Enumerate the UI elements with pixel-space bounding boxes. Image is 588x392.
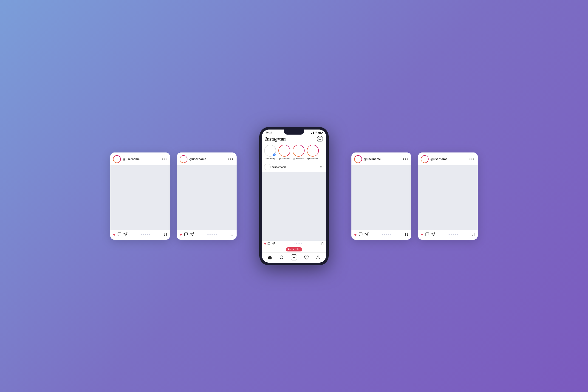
ig-logo: Instagram: [265, 136, 286, 142]
card-actions-far-left: ♥: [110, 230, 170, 240]
dot-1: [141, 234, 142, 236]
svg-point-12: [280, 256, 283, 258]
like-button-far-right[interactable]: ♥: [421, 232, 423, 237]
phone-pagination-dots: [276, 244, 320, 244]
save-button-far-left[interactable]: [164, 232, 167, 238]
phone-body: 19:21: [260, 127, 328, 265]
story-item-2[interactable]: @username: [292, 145, 304, 160]
notif-follow-count: 1: [299, 248, 300, 250]
like-button-far-left[interactable]: ♥: [113, 232, 116, 237]
comment-button-far-right[interactable]: [425, 232, 429, 238]
card-header-far-right: @username •••: [418, 152, 478, 165]
svg-point-9: [297, 248, 298, 249]
nav-home[interactable]: [268, 255, 272, 260]
dot-1: [208, 234, 208, 236]
svg-marker-17: [406, 233, 408, 236]
dot-2: [384, 234, 385, 236]
share-button-far-left[interactable]: [123, 232, 128, 238]
status-bar: 19:21: [262, 130, 326, 135]
messenger-button[interactable]: [317, 136, 323, 142]
share-button-mid-left[interactable]: [190, 232, 194, 238]
three-dots-mid-right[interactable]: •••: [403, 157, 408, 161]
nav-search[interactable]: [279, 255, 284, 260]
phone-dot-1: [294, 244, 296, 244]
three-dots-far-left[interactable]: •••: [162, 157, 167, 161]
nav-profile[interactable]: [316, 255, 320, 260]
phone-post: @username ••• ♥: [262, 162, 326, 252]
share-button-mid-right[interactable]: [364, 232, 369, 238]
phone-save-button[interactable]: [321, 242, 324, 246]
story-avatar-1: [279, 145, 290, 156]
dot-4: [214, 234, 215, 236]
story-ring-2: [292, 145, 304, 156]
phone-dot-2: [296, 244, 297, 244]
battery-fill: [319, 132, 321, 133]
dot-2: [210, 234, 210, 236]
nav-add-post[interactable]: +: [291, 254, 297, 260]
story-avatar-3: [307, 145, 318, 156]
notif-like-count: 1: [294, 248, 296, 250]
dot-5: [149, 234, 150, 236]
notif-heart-icon: ♥: [292, 248, 294, 250]
svg-marker-2: [164, 233, 166, 236]
pagination-dots-mid-right: [370, 234, 403, 236]
story-label-2: @username: [293, 158, 304, 160]
notif-comment: 1: [288, 248, 291, 250]
comment-button-far-left[interactable]: [117, 232, 122, 238]
comment-button-mid-left[interactable]: [184, 232, 188, 238]
dot-5: [390, 234, 392, 236]
svg-point-14: [317, 256, 319, 257]
phone-dot-5: [301, 244, 302, 244]
story-item-3[interactable]: @username: [307, 145, 319, 160]
post-image-mid-left: [177, 165, 236, 230]
three-dots-mid-left[interactable]: •••: [228, 157, 234, 161]
like-button-mid-right[interactable]: ♥: [354, 232, 357, 237]
notch: [284, 130, 304, 134]
dot-2: [451, 234, 452, 236]
save-button-far-right[interactable]: [471, 232, 475, 238]
like-button-mid-left[interactable]: ♥: [180, 232, 182, 237]
dot-1: [382, 234, 383, 236]
signal-bar-1: [311, 133, 312, 134]
card-header-mid-left: @username •••: [177, 152, 236, 165]
phone-comment-button[interactable]: [267, 242, 270, 246]
phone-three-dots[interactable]: •••: [320, 165, 324, 169]
comment-button-mid-right[interactable]: [358, 232, 363, 238]
post-card-far-left: @username ••• ♥: [110, 152, 170, 240]
wifi-icon: [315, 131, 318, 134]
phone-card-actions: ♥: [262, 241, 326, 247]
three-dots-far-right[interactable]: •••: [469, 157, 475, 161]
dot-4: [388, 234, 389, 236]
story-avatar-2: [293, 145, 304, 156]
save-button-mid-left[interactable]: [230, 232, 234, 238]
share-button-far-right[interactable]: [431, 232, 435, 238]
phone-post-avatar: [264, 164, 270, 170]
story-ring-1: [278, 145, 290, 156]
pagination-dots-far-left: [129, 234, 162, 236]
phone-dot-3: [298, 244, 298, 244]
avatar-far-left: [113, 155, 121, 163]
status-icons: [311, 131, 322, 134]
post-card-mid-right: @username ••• ♥: [352, 152, 411, 240]
svg-marker-5: [231, 233, 233, 236]
nav-heart[interactable]: [304, 255, 309, 260]
post-card-mid-left: @username ••• ♥: [177, 152, 236, 240]
phone-share-button[interactable]: [272, 242, 275, 246]
your-story-ring: +: [264, 145, 276, 156]
your-story-label: Your Story: [265, 158, 275, 160]
post-image-far-left: [110, 165, 170, 230]
signal-icon: [311, 132, 314, 134]
story-label-3: @username: [307, 158, 318, 160]
post-image-mid-right: [352, 165, 411, 230]
card-header-mid-right: @username •••: [352, 152, 411, 165]
phone-like-button[interactable]: ♥: [264, 242, 266, 246]
card-header-far-left: @username •••: [110, 152, 170, 165]
add-story-button[interactable]: +: [272, 153, 276, 156]
dot-3: [212, 234, 213, 236]
main-scene: @username ••• ♥: [110, 58, 478, 334]
story-item-1[interactable]: @username: [278, 145, 290, 160]
save-button-mid-right[interactable]: [405, 232, 408, 238]
phone-nav: +: [262, 252, 326, 263]
story-your-story[interactable]: + Your Story: [264, 145, 276, 160]
notification-bubble: 1 ♥ 1 1: [286, 247, 302, 252]
